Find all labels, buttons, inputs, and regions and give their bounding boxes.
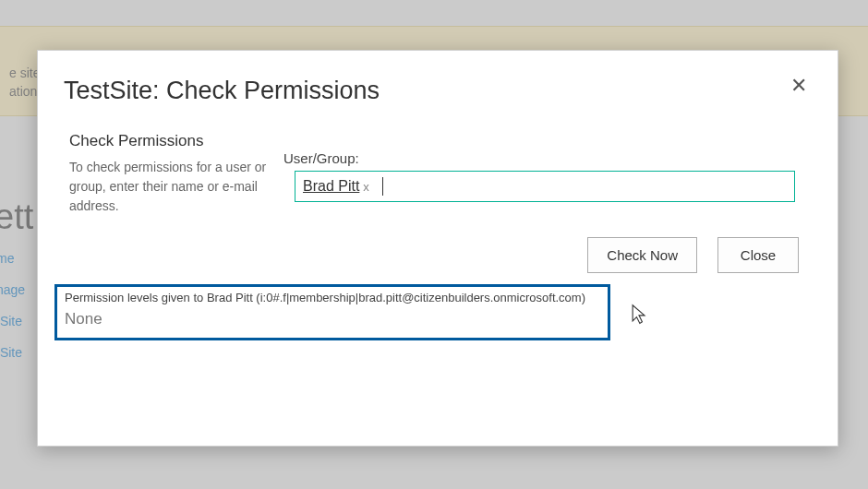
check-now-button[interactable]: Check Now <box>587 237 697 273</box>
people-picker-remove-icon[interactable]: x <box>363 180 369 194</box>
text-caret <box>382 177 383 196</box>
section-heading: Check Permissions <box>69 132 282 150</box>
user-group-label: User/Group: <box>283 150 359 166</box>
mouse-cursor-icon <box>631 304 647 326</box>
dialog-title: TestSite: Check Permissions <box>64 77 380 105</box>
permissions-result-box: Permission levels given to Brad Pitt (i:… <box>54 284 610 340</box>
dialog-close-button[interactable]: ✕ <box>786 73 812 99</box>
close-icon: ✕ <box>790 74 807 98</box>
people-picker-tag-name[interactable]: Brad Pitt <box>303 178 359 195</box>
close-button[interactable]: Close <box>717 237 799 273</box>
dialog-left-section: Check Permissions To check permissions f… <box>69 132 282 216</box>
permissions-result-heading: Permission levels given to Brad Pitt (i:… <box>65 291 600 304</box>
section-description: To check permissions for a user or group… <box>69 158 282 216</box>
dialog-button-row: Check Now Close <box>587 237 799 273</box>
people-picker-tag: Brad Pitt x <box>303 178 369 195</box>
check-permissions-dialog: ✕ TestSite: Check Permissions Check Perm… <box>37 50 838 447</box>
permissions-result-value: None <box>65 310 600 328</box>
user-group-people-picker[interactable]: Brad Pitt x <box>295 171 795 202</box>
